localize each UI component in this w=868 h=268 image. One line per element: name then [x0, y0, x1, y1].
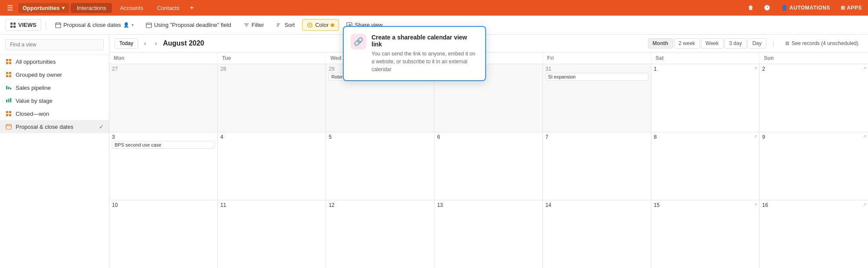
svg-rect-33 [6, 111, 8, 113]
person-icon: 👤 [123, 22, 129, 28]
svg-rect-31 [8, 99, 10, 102]
sidebar-item-closed-won[interactable]: Closed—won [0, 107, 109, 120]
calendar-event-si-expansion[interactable]: SI expansion [546, 73, 648, 81]
today-button[interactable]: Today [115, 38, 138, 49]
calendar-cell-aug3[interactable]: 3 BPS second use case [109, 132, 218, 200]
color-icon [307, 22, 313, 28]
field-label: Proposal & close dates [63, 22, 121, 28]
date-field-button[interactable]: Using "Proposal deadline" field [141, 19, 236, 31]
sort-button[interactable]: Sort [271, 19, 299, 31]
svg-rect-25 [6, 75, 8, 77]
cell-expand-aug8[interactable]: ↗ [754, 134, 757, 139]
active-checkmark: ✓ [99, 124, 104, 130]
see-records-button[interactable]: See records (4 unscheduled) [780, 39, 863, 48]
cell-date: 1 [654, 66, 757, 72]
cell-date: 8 [654, 134, 757, 140]
hamburger-menu[interactable]: ☰ [3, 2, 16, 14]
calendar-cell-aug4[interactable]: 4 [218, 132, 326, 200]
calendar-cell-aug5[interactable]: 5 [326, 132, 434, 200]
calendar-cell-aug11[interactable]: 11 [218, 200, 326, 268]
cell-expand-aug9[interactable]: ↗ [863, 134, 866, 139]
svg-rect-27 [6, 86, 7, 89]
top-nav: ☰ Opportunities ▾ Interactions Accounts … [0, 0, 868, 16]
view-2week-button[interactable]: 2 week [674, 38, 700, 49]
apps-button[interactable]: ⊞ APPS [838, 3, 865, 13]
nav-tab-contacts[interactable]: Contacts [151, 3, 185, 13]
calendar-event-bps[interactable]: BPS second use case [112, 141, 215, 149]
views-button[interactable]: VIEWS [5, 19, 41, 31]
calendar-cell-aug14[interactable]: 14 [543, 200, 651, 268]
calendar-weeks: 27 28 29 Robinetworks renewal 30 31 SI e [109, 64, 868, 268]
calendar-cell-aug7[interactable]: 7 [543, 132, 651, 200]
cell-date: 11 [220, 202, 323, 208]
trash-button[interactable]: 🗑 [746, 3, 756, 13]
sort-label: Sort [284, 22, 295, 28]
filter-button[interactable]: Filter [239, 19, 269, 31]
calendar-cell-aug6[interactable]: 6 [434, 132, 543, 200]
views-label: VIEWS [18, 22, 36, 28]
calendar-title: August 2020 [163, 39, 204, 47]
calendar-cell-aug8[interactable]: 8 ↗ [651, 132, 760, 200]
sidebar-item-label: Sales pipeline [16, 85, 51, 91]
see-records-label: See records (4 unscheduled) [792, 40, 858, 46]
nav-tab-accounts[interactable]: Accounts [114, 3, 149, 13]
calendar-cell-aug9[interactable]: 9 ↗ [760, 132, 868, 200]
color-warning-dot [331, 23, 334, 27]
cell-expand-aug15[interactable]: ↗ [754, 202, 757, 207]
toolbar-divider-1 [46, 21, 46, 29]
cell-date: 3 [112, 134, 215, 140]
calendar-cell-aug1[interactable]: 1 ↗ [651, 64, 760, 132]
svg-rect-37 [6, 124, 11, 129]
sidebar-search-input[interactable] [5, 39, 104, 50]
calendar-icon-sidebar [5, 123, 12, 130]
next-month-button[interactable]: › [152, 38, 160, 49]
sidebar-item-sales-pipeline[interactable]: Sales pipeline [0, 81, 109, 94]
view-3day-button[interactable]: 3 day [724, 38, 746, 49]
link-icon: 🔗 [354, 37, 363, 46]
color-label: Color [315, 22, 329, 28]
grid-icon-all [5, 58, 12, 65]
svg-rect-19 [6, 59, 8, 61]
sidebar-search-container [0, 35, 109, 55]
calendar-cell-28[interactable]: 28 [218, 64, 326, 132]
prev-month-button[interactable]: ‹ [141, 38, 149, 49]
cell-date: 7 [546, 134, 648, 140]
calendar-cell-31[interactable]: 31 SI expansion [543, 64, 651, 132]
sidebar-item-proposal-close-dates[interactable]: Proposal & close dates ✓ [0, 120, 109, 133]
calendar-day-headers: Mon Tue Wed Thu Fri Sat Sun [109, 52, 868, 64]
sidebar-item-all-opportunities[interactable]: All opportunities [0, 55, 109, 68]
cell-expand-aug1[interactable]: ↗ [754, 66, 757, 71]
view-day-button[interactable]: Day [747, 38, 766, 49]
history-button[interactable]: 🕐 [761, 3, 773, 13]
date-field-label: Using "Proposal deadline" field [154, 22, 231, 28]
calendar-cell-aug10[interactable]: 10 [109, 200, 218, 268]
calendar-cell-aug2[interactable]: 2 ↗ [760, 64, 868, 132]
sidebar-item-grouped-by-owner[interactable]: Grouped by owner [0, 68, 109, 81]
calendar-cell-aug16[interactable]: 16 ↗ [760, 200, 868, 268]
cell-expand-aug2[interactable]: ↗ [863, 66, 866, 71]
app-dropdown-arrow: ▾ [62, 5, 65, 11]
app-name-label: Opportunities [23, 5, 59, 11]
calendar-cell-27[interactable]: 27 [109, 64, 218, 132]
calendar-week-1: 27 28 29 Robinetworks renewal 30 31 SI e [109, 64, 868, 132]
app-name-button[interactable]: Opportunities ▾ [18, 3, 69, 13]
nav-tab-interactions[interactable]: Interactions [71, 3, 112, 13]
calendar-header: Today ‹ › August 2020 Month 2 week Week … [109, 35, 868, 52]
svg-rect-23 [6, 72, 8, 74]
field-button[interactable]: Proposal & close dates 👤 ▾ [50, 19, 138, 31]
calendar-small-icon [146, 22, 152, 28]
automations-users-icon: 👤 [781, 5, 788, 11]
grid-icon-grouped [5, 71, 12, 78]
view-week-button[interactable]: Week [701, 38, 723, 49]
add-tab-button[interactable]: + [187, 3, 196, 13]
records-list-icon [785, 41, 790, 46]
calendar-cell-aug13[interactable]: 13 [434, 200, 543, 268]
view-month-button[interactable]: Month [648, 38, 673, 49]
calendar-cell-aug12[interactable]: 12 [326, 200, 434, 268]
color-button[interactable]: Color [302, 19, 339, 31]
sidebar-item-value-by-stage[interactable]: Value by stage [0, 94, 109, 107]
cell-expand-aug16[interactable]: ↗ [863, 202, 866, 207]
dropdown-arrow: ▾ [132, 23, 134, 27]
calendar-cell-aug15[interactable]: 15 ↗ [651, 200, 760, 268]
automations-button[interactable]: 👤 AUTOMATIONS [779, 3, 833, 13]
